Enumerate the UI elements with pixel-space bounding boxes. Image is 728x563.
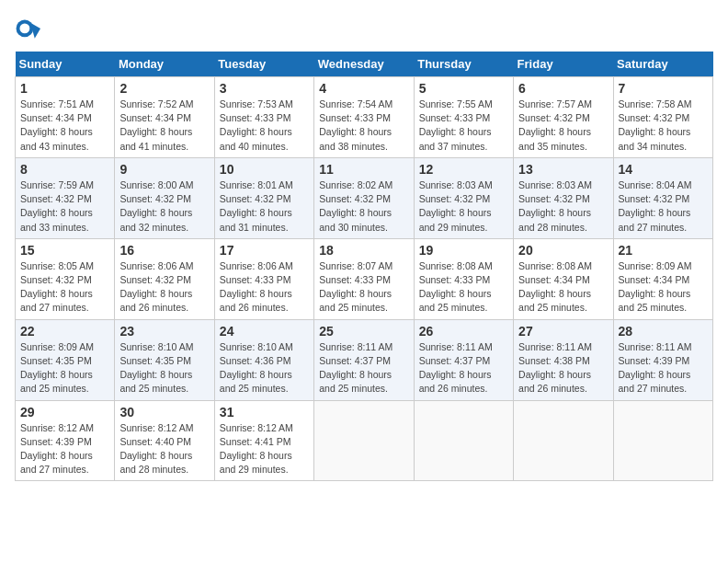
calendar-cell: 10 Sunrise: 8:01 AMSunset: 4:32 PMDaylig… xyxy=(214,157,313,238)
day-info: Sunrise: 8:02 AMSunset: 4:32 PMDaylight:… xyxy=(319,179,392,233)
calendar-cell: 28 Sunrise: 8:11 AMSunset: 4:39 PMDaylig… xyxy=(613,319,712,400)
day-number: 13 xyxy=(518,162,608,177)
day-number: 24 xyxy=(220,324,309,339)
day-number: 29 xyxy=(20,405,109,419)
day-number: 23 xyxy=(119,324,209,339)
calendar-cell: 15 Sunrise: 8:05 AMSunset: 4:32 PMDaylig… xyxy=(16,238,115,319)
calendar-cell: 30 Sunrise: 8:12 AMSunset: 4:40 PMDaylig… xyxy=(115,400,214,481)
weekday-header-friday: Friday xyxy=(514,52,613,77)
calendar-cell: 5 Sunrise: 7:55 AMSunset: 4:33 PMDayligh… xyxy=(414,77,513,158)
day-number: 7 xyxy=(619,81,708,96)
calendar-cell: 3 Sunrise: 7:53 AMSunset: 4:33 PMDayligh… xyxy=(214,77,313,158)
day-info: Sunrise: 8:10 AMSunset: 4:35 PMDaylight:… xyxy=(119,341,193,395)
day-number: 2 xyxy=(119,81,209,96)
day-info: Sunrise: 7:58 AMSunset: 4:32 PMDaylight:… xyxy=(619,98,692,152)
day-number: 20 xyxy=(518,243,608,258)
calendar-cell: 26 Sunrise: 8:11 AMSunset: 4:37 PMDaylig… xyxy=(414,319,513,400)
calendar-cell: 21 Sunrise: 8:09 AMSunset: 4:34 PMDaylig… xyxy=(613,238,712,319)
weekday-header-saturday: Saturday xyxy=(613,52,712,77)
calendar-table: SundayMondayTuesdayWednesdayThursdayFrid… xyxy=(15,52,713,481)
day-info: Sunrise: 8:01 AMSunset: 4:32 PMDaylight:… xyxy=(220,179,293,233)
calendar-cell: 23 Sunrise: 8:10 AMSunset: 4:35 PMDaylig… xyxy=(115,319,214,400)
calendar-cell: 31 Sunrise: 8:12 AMSunset: 4:41 PMDaylig… xyxy=(214,400,313,481)
calendar-cell: 27 Sunrise: 8:11 AMSunset: 4:38 PMDaylig… xyxy=(514,319,613,400)
calendar-cell: 20 Sunrise: 8:08 AMSunset: 4:34 PMDaylig… xyxy=(514,238,613,319)
day-info: Sunrise: 7:54 AMSunset: 4:33 PMDaylight:… xyxy=(319,98,392,152)
day-number: 6 xyxy=(518,81,608,96)
day-info: Sunrise: 8:06 AMSunset: 4:32 PMDaylight:… xyxy=(119,260,193,314)
day-number: 11 xyxy=(319,162,408,177)
day-number: 26 xyxy=(419,324,508,339)
logo-icon xyxy=(15,18,40,44)
day-number: 8 xyxy=(20,162,109,177)
day-info: Sunrise: 8:11 AMSunset: 4:37 PMDaylight:… xyxy=(419,341,493,395)
day-number: 27 xyxy=(518,324,608,339)
day-number: 15 xyxy=(20,243,109,258)
day-number: 1 xyxy=(20,81,109,96)
calendar-cell xyxy=(414,400,513,481)
day-info: Sunrise: 8:08 AMSunset: 4:34 PMDaylight:… xyxy=(518,260,592,314)
day-info: Sunrise: 7:52 AMSunset: 4:34 PMDaylight:… xyxy=(119,98,193,152)
calendar-cell: 6 Sunrise: 7:57 AMSunset: 4:32 PMDayligh… xyxy=(514,77,613,158)
day-number: 14 xyxy=(619,162,708,177)
calendar-cell: 17 Sunrise: 8:06 AMSunset: 4:33 PMDaylig… xyxy=(214,238,313,319)
calendar-cell: 24 Sunrise: 8:10 AMSunset: 4:36 PMDaylig… xyxy=(214,319,313,400)
weekday-header-sunday: Sunday xyxy=(16,52,115,77)
calendar-cell: 14 Sunrise: 8:04 AMSunset: 4:32 PMDaylig… xyxy=(613,157,712,238)
day-info: Sunrise: 8:11 AMSunset: 4:38 PMDaylight:… xyxy=(518,341,592,395)
day-info: Sunrise: 8:12 AMSunset: 4:40 PMDaylight:… xyxy=(119,422,193,476)
logo xyxy=(15,18,44,44)
calendar-cell: 25 Sunrise: 8:11 AMSunset: 4:37 PMDaylig… xyxy=(314,319,414,400)
day-number: 9 xyxy=(119,162,209,177)
calendar-cell: 29 Sunrise: 8:12 AMSunset: 4:39 PMDaylig… xyxy=(16,400,115,481)
day-info: Sunrise: 8:06 AMSunset: 4:33 PMDaylight:… xyxy=(220,260,293,314)
calendar-week-row: 29 Sunrise: 8:12 AMSunset: 4:39 PMDaylig… xyxy=(16,400,713,481)
day-info: Sunrise: 8:05 AMSunset: 4:32 PMDaylight:… xyxy=(20,260,94,314)
weekday-header-thursday: Thursday xyxy=(414,52,513,77)
weekday-header-wednesday: Wednesday xyxy=(314,52,414,77)
page-header xyxy=(15,15,713,44)
day-info: Sunrise: 7:53 AMSunset: 4:33 PMDaylight:… xyxy=(220,98,293,152)
day-info: Sunrise: 7:55 AMSunset: 4:33 PMDaylight:… xyxy=(419,98,493,152)
day-number: 22 xyxy=(20,324,109,339)
day-info: Sunrise: 8:11 AMSunset: 4:37 PMDaylight:… xyxy=(319,341,392,395)
day-info: Sunrise: 8:03 AMSunset: 4:32 PMDaylight:… xyxy=(518,179,592,233)
day-number: 3 xyxy=(220,81,309,96)
day-info: Sunrise: 7:51 AMSunset: 4:34 PMDaylight:… xyxy=(20,98,94,152)
weekday-header-monday: Monday xyxy=(115,52,214,77)
day-info: Sunrise: 8:07 AMSunset: 4:33 PMDaylight:… xyxy=(319,260,392,314)
calendar-week-row: 15 Sunrise: 8:05 AMSunset: 4:32 PMDaylig… xyxy=(16,238,713,319)
calendar-cell: 16 Sunrise: 8:06 AMSunset: 4:32 PMDaylig… xyxy=(115,238,214,319)
calendar-cell: 22 Sunrise: 8:09 AMSunset: 4:35 PMDaylig… xyxy=(16,319,115,400)
day-info: Sunrise: 8:12 AMSunset: 4:41 PMDaylight:… xyxy=(220,422,293,476)
day-info: Sunrise: 8:09 AMSunset: 4:35 PMDaylight:… xyxy=(20,341,94,395)
calendar-cell: 4 Sunrise: 7:54 AMSunset: 4:33 PMDayligh… xyxy=(314,77,414,158)
calendar-cell: 8 Sunrise: 7:59 AMSunset: 4:32 PMDayligh… xyxy=(16,157,115,238)
weekday-header-tuesday: Tuesday xyxy=(214,52,313,77)
day-info: Sunrise: 8:11 AMSunset: 4:39 PMDaylight:… xyxy=(619,341,692,395)
day-info: Sunrise: 7:57 AMSunset: 4:32 PMDaylight:… xyxy=(518,98,592,152)
calendar-cell: 2 Sunrise: 7:52 AMSunset: 4:34 PMDayligh… xyxy=(115,77,214,158)
day-info: Sunrise: 8:09 AMSunset: 4:34 PMDaylight:… xyxy=(619,260,692,314)
calendar-cell: 7 Sunrise: 7:58 AMSunset: 4:32 PMDayligh… xyxy=(613,77,712,158)
calendar-cell xyxy=(514,400,613,481)
svg-point-1 xyxy=(19,23,29,33)
day-number: 19 xyxy=(419,243,508,258)
day-number: 31 xyxy=(220,405,309,419)
day-info: Sunrise: 8:00 AMSunset: 4:32 PMDaylight:… xyxy=(119,179,193,233)
day-number: 16 xyxy=(119,243,209,258)
calendar-cell xyxy=(613,400,712,481)
calendar-cell: 18 Sunrise: 8:07 AMSunset: 4:33 PMDaylig… xyxy=(314,238,414,319)
day-info: Sunrise: 8:10 AMSunset: 4:36 PMDaylight:… xyxy=(220,341,293,395)
calendar-cell: 12 Sunrise: 8:03 AMSunset: 4:32 PMDaylig… xyxy=(414,157,513,238)
day-number: 28 xyxy=(619,324,708,339)
calendar-cell: 19 Sunrise: 8:08 AMSunset: 4:33 PMDaylig… xyxy=(414,238,513,319)
day-number: 5 xyxy=(419,81,508,96)
calendar-week-row: 8 Sunrise: 7:59 AMSunset: 4:32 PMDayligh… xyxy=(16,157,713,238)
calendar-cell: 13 Sunrise: 8:03 AMSunset: 4:32 PMDaylig… xyxy=(514,157,613,238)
day-info: Sunrise: 8:08 AMSunset: 4:33 PMDaylight:… xyxy=(419,260,493,314)
calendar-cell xyxy=(314,400,414,481)
day-number: 17 xyxy=(220,243,309,258)
day-info: Sunrise: 8:12 AMSunset: 4:39 PMDaylight:… xyxy=(20,422,94,476)
calendar-cell: 9 Sunrise: 8:00 AMSunset: 4:32 PMDayligh… xyxy=(115,157,214,238)
